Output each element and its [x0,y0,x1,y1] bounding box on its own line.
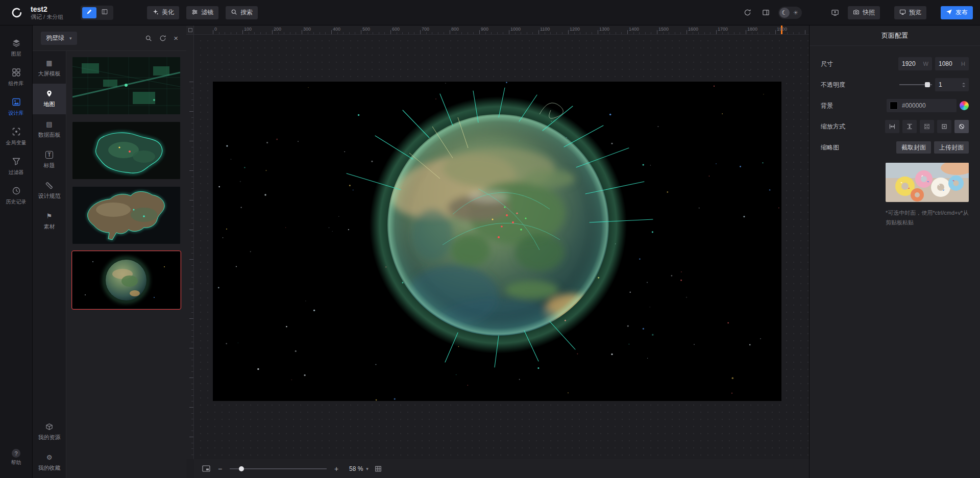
preview-button[interactable]: 预览 [894,6,926,19]
split-view-icon [101,8,108,17]
tab-assets[interactable]: ⚑ 素材 [33,206,66,237]
search-icon[interactable] [145,35,152,42]
color-wheel-icon[interactable] [960,101,969,110]
beautify-label: 美化 [162,8,174,17]
sidebar-label: 历史记录 [6,199,27,205]
library-tab-column: ▦ 大屏模板 地图 ▤ 数据面板 T 标题 设计规范 [33,51,66,478]
theme-name: 鸦壁绿 [46,34,64,42]
tab-my-favorites[interactable]: ⚙ 我的收藏 [33,447,66,478]
sidebar-item-design-library[interactable]: 设计库 [0,92,33,121]
opacity-input[interactable]: 1 [935,78,969,91]
topbar: test2 偶记 / 未分组 美化 滤镜 搜索 ☾ [0,0,980,26]
app-logo[interactable] [7,4,26,22]
edit-mode-button[interactable] [82,7,96,18]
sidebar-label: 设计库 [9,111,24,116]
close-icon[interactable]: × [174,34,178,42]
sun-icon[interactable]: ☀ [791,8,801,18]
tab-maps[interactable]: 地图 [33,84,66,114]
background-color-input[interactable]: #000000 [887,99,957,112]
template-thumb-globe[interactable] [72,251,180,309]
pen-icon [86,8,93,17]
tab-my-resources[interactable]: 我的资源 [33,417,66,447]
scale-none-button[interactable] [954,120,969,133]
snapshot-button[interactable]: 快照 [848,6,880,19]
gear-icon: ⚙ [46,454,53,461]
scale-fit-height-button[interactable] [902,120,917,133]
scale-uniform-button[interactable] [937,120,951,133]
theme-toggle[interactable]: ☾ ☀ [778,7,802,19]
search-button[interactable]: 搜索 [226,6,258,19]
opacity-label: 不透明度 [821,81,845,89]
cover-image[interactable] [886,163,969,202]
zoom-slider-handle[interactable] [239,466,244,471]
beautify-button[interactable]: 美化 [147,6,179,19]
scale-stretch-button[interactable] [920,120,934,133]
height-unit: H [961,61,965,67]
template-thumb-satellite-city[interactable] [72,57,180,114]
publish-label: 发布 [955,8,968,17]
color-swatch[interactable] [890,102,898,110]
sidebar-item-global-variables[interactable]: 全局变量 [0,121,33,151]
grid-settings-icon[interactable] [375,465,382,472]
sidebar-item-history[interactable]: 历史记录 [0,181,33,210]
horizontal-ruler: 0100200300400500600700800900100011001200… [194,26,809,35]
layers-icon [12,38,21,49]
moon-icon[interactable]: ☾ [779,8,790,18]
sidebar-item-help[interactable]: ? 帮助 [0,442,33,472]
zoom-level-select[interactable]: 58 % ▾ [349,465,369,472]
template-thumb-province-map[interactable] [72,122,180,179]
tab-design-specs[interactable]: 设计规范 [33,175,66,206]
opacity-slider[interactable] [899,82,932,88]
tab-data-panels[interactable]: ▤ 数据面板 [33,114,66,145]
capture-cover-button[interactable]: 截取封面 [896,141,931,154]
zoom-out-button[interactable]: − [216,465,224,472]
sidebar-item-layers[interactable]: 图层 [0,33,33,62]
template-thumb-china-map[interactable] [72,187,180,244]
layout-panel-icon[interactable] [760,7,771,18]
tab-label: 我的资源 [38,434,61,441]
sidebar-label: 全局变量 [6,140,27,145]
number-stepper[interactable] [962,81,965,89]
height-input[interactable]: 1080 H [935,57,969,70]
screen-cast-icon[interactable] [829,7,841,18]
box-icon [45,423,53,431]
width-value: 1920 [902,60,916,67]
ruler-corner[interactable] [186,26,194,35]
design-board-icon [12,97,21,108]
panel-icon: ▤ [46,120,52,128]
history-refresh-icon[interactable] [742,7,753,18]
scale-fit-width-button[interactable] [885,120,899,133]
zoom-slider[interactable] [230,465,327,472]
opacity-slider-handle[interactable] [925,82,930,87]
theme-select[interactable]: 鸦壁绿 ▾ [41,32,77,45]
tab-label: 地图 [44,100,55,108]
opacity-value: 1 [939,81,942,88]
cover-area: *可选中封面，使用*ctrl/cmd+v*从剪贴板粘贴 [886,163,969,227]
search-icon [231,9,237,17]
flag-icon: ⚑ [46,212,53,220]
canvas-viewport[interactable] [194,35,809,459]
sidebar-item-components[interactable]: 组件库 [0,62,33,92]
upload-cover-button[interactable]: 上传封面 [934,141,969,154]
sidebar-label: 过滤器 [9,170,24,175]
width-input[interactable]: 1920 W [898,57,932,70]
map-pin-icon [45,90,53,97]
zoom-in-button[interactable]: + [333,465,340,472]
sidebar-item-filters[interactable]: 过滤器 [0,151,33,181]
refresh-icon[interactable] [159,35,166,42]
minimap-toggle-icon[interactable] [202,465,210,472]
filter-button[interactable]: 滤镜 [186,6,218,19]
publish-button[interactable]: 发布 [941,6,973,19]
size-row: 尺寸 1920 W 1080 H [821,57,969,70]
left-sidebar: 图层 组件库 设计库 全局变量 过滤器 历史记录 ? 帮助 [0,26,33,478]
help-icon: ? [12,449,20,458]
chevron-down-icon: ▾ [366,466,369,471]
width-unit: W [923,61,928,67]
breadcrumb: 偶记 / 未分组 [31,14,63,20]
layout-mode-button[interactable] [97,7,112,18]
opacity-row: 不透明度 1 [821,78,969,91]
artboard[interactable] [213,82,781,401]
ruler-icon [45,182,53,189]
tab-screen-templates[interactable]: ▦ 大屏模板 [33,53,66,84]
tab-titles[interactable]: T 标题 [33,145,66,175]
